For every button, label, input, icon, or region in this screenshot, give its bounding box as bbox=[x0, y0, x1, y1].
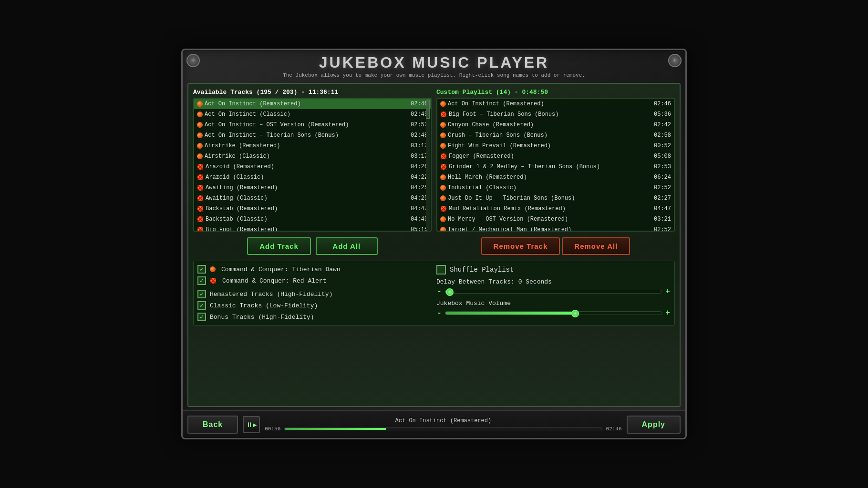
corner-bolt-tl bbox=[186, 54, 200, 67]
track-duration: 04:25 bbox=[411, 184, 428, 191]
main-window: JUKEBOX MUSIC PLAYER The Jukebox allows … bbox=[181, 49, 687, 439]
track-name: Canyon Chase (Remastered) bbox=[448, 122, 650, 128]
custom-playlist-list[interactable]: Act On Instinct (Remastered)02:46Big Foo… bbox=[436, 98, 675, 232]
playlist-track-item[interactable]: Grinder 1 & 2 Medley – Tiberian Sons (Bo… bbox=[437, 162, 674, 172]
track-name: Just Do It Up – Tiberian Sons (Bonus) bbox=[448, 195, 650, 202]
action-buttons: Add Track Add All Remove Track Remove Al… bbox=[193, 235, 675, 257]
playlist-track-item[interactable]: Fogger (Remastered)05:08 bbox=[437, 151, 674, 162]
track-duration: 04:47 bbox=[654, 205, 671, 212]
playlist-track-item[interactable]: Just Do It Up – Tiberian Sons (Bonus)02:… bbox=[437, 193, 674, 203]
track-item[interactable]: Airstrike (Remastered)03:17 bbox=[194, 141, 431, 151]
track-item[interactable]: Act On Instinct (Classic)02:45 bbox=[194, 109, 431, 120]
track-duration: 02:45 bbox=[411, 111, 428, 118]
delay-plus-button[interactable]: + bbox=[665, 287, 671, 296]
volume-minus-button[interactable]: - bbox=[436, 309, 442, 317]
playback-settings: Shuffle Playlist Delay Between Tracks: 0… bbox=[436, 265, 671, 321]
delay-label: Delay Between Tracks: 0 Seconds bbox=[436, 278, 671, 285]
available-scrollbar-thumb[interactable] bbox=[426, 100, 430, 119]
playlist-track-item[interactable]: No Mercy – OST Version (Remastered)03:21 bbox=[437, 214, 674, 224]
current-time: 00:56 bbox=[265, 426, 281, 432]
red-alert-checkbox[interactable] bbox=[197, 276, 206, 285]
track-name: No Mercy – OST Version (Remastered) bbox=[448, 216, 650, 223]
track-name: Act On Instinct – OST Version (Remastere… bbox=[205, 122, 407, 128]
progress-bar-container: 00:56 02:46 bbox=[265, 426, 621, 432]
settings-section: Command & Conquer: Tiberian Dawn Command… bbox=[193, 261, 675, 325]
progress-section: Act On Instinct (Remastered) 00:56 02:46 bbox=[265, 417, 621, 432]
progress-bar[interactable] bbox=[284, 427, 602, 430]
playlist-track-item[interactable]: Big Foot – Tiberian Sons (Bonus)05:36 bbox=[437, 109, 674, 120]
classic-checkbox[interactable] bbox=[197, 301, 206, 310]
playlist-track-item[interactable]: Act On Instinct (Remastered)02:46 bbox=[437, 99, 674, 109]
add-all-button[interactable]: Add All bbox=[316, 237, 378, 255]
delay-slider-thumb[interactable] bbox=[446, 288, 454, 296]
corner-bolt-tr bbox=[668, 54, 682, 67]
track-name: Big Foot (Remastered) bbox=[206, 226, 407, 232]
track-item[interactable]: Arazoid (Remastered)04:26 bbox=[194, 162, 431, 172]
remastered-label: Remastered Tracks (High-Fidelity) bbox=[210, 291, 332, 298]
track-duration: 00:52 bbox=[654, 142, 671, 149]
classic-label: Classic Tracks (Low-Fidelity) bbox=[210, 302, 318, 309]
track-duration: 05:36 bbox=[654, 111, 671, 118]
progress-fill bbox=[285, 428, 386, 430]
shuffle-checkbox[interactable] bbox=[436, 265, 446, 274]
delay-slider-track[interactable] bbox=[445, 290, 662, 294]
track-item[interactable]: Big Foot (Remastered)05:15 bbox=[194, 224, 431, 232]
custom-playlist-panel: Custom Playlist (14) - 0:48:50 Act On In… bbox=[436, 89, 675, 232]
remove-track-button[interactable]: Remove Track bbox=[481, 237, 560, 255]
playlist-track-item[interactable]: Hell March (Remastered)06:24 bbox=[437, 172, 674, 183]
track-name: Fight Win Prevail (Remastered) bbox=[448, 142, 650, 149]
filter-classic: Classic Tracks (Low-Fidelity) bbox=[197, 301, 432, 310]
track-item[interactable]: Backstab (Remastered)04:47 bbox=[194, 203, 431, 214]
track-item[interactable]: Act On Instinct – Tiberian Sons (Bonus)0… bbox=[194, 130, 431, 141]
track-item[interactable]: Awaiting (Remastered)04:25 bbox=[194, 183, 431, 193]
available-scrollbar[interactable] bbox=[426, 100, 430, 230]
track-item[interactable]: Awaiting (Classic)04:25 bbox=[194, 193, 431, 203]
track-item[interactable]: Act On Instinct – OST Version (Remastere… bbox=[194, 120, 431, 130]
apply-button[interactable]: Apply bbox=[627, 416, 681, 434]
remastered-checkbox[interactable] bbox=[197, 290, 206, 298]
playlist-track-item[interactable]: Fight Win Prevail (Remastered)00:52 bbox=[437, 141, 674, 151]
track-item[interactable]: Act On Instinct (Remastered)02:46 bbox=[194, 99, 431, 109]
back-button[interactable]: Back bbox=[187, 416, 238, 434]
available-tracks-panel: Available Tracks (195 / 203) - 11:36:11 … bbox=[193, 89, 432, 232]
track-item[interactable]: Backstab (Classic)04:43 bbox=[194, 214, 431, 224]
available-tracks-list[interactable]: Act On Instinct (Remastered)02:46Act On … bbox=[193, 98, 432, 232]
playlist-track-item[interactable]: Crush – Tiberian Sons (Bonus)02:58 bbox=[437, 130, 674, 141]
red-alert-label: Command & Conquer: Red Alert bbox=[222, 277, 326, 285]
track-name: Backstab (Classic) bbox=[206, 216, 407, 223]
track-duration: 05:15 bbox=[411, 226, 428, 232]
custom-playlist-label: Custom Playlist (14) - 0:48:50 bbox=[436, 89, 675, 96]
tiberian-dawn-label: Command & Conquer: Tiberian Dawn bbox=[221, 266, 341, 273]
bonus-checkbox[interactable] bbox=[197, 313, 206, 321]
track-duration: 06:24 bbox=[654, 174, 671, 181]
remove-all-button[interactable]: Remove All bbox=[562, 237, 630, 255]
track-name: Act On Instinct (Remastered) bbox=[205, 101, 407, 107]
playlist-track-item[interactable]: Target / Mechanical Man (Remastered)02:5… bbox=[437, 224, 674, 232]
track-duration: 04:43 bbox=[411, 216, 428, 223]
volume-slider-track[interactable] bbox=[445, 311, 662, 315]
playlist-track-item[interactable]: Industrial (Classic)02:52 bbox=[437, 183, 674, 193]
volume-slider-container: Jukebox Music Volume - + bbox=[436, 300, 671, 317]
available-tracks-label: Available Tracks (195 / 203) - 11:36:11 bbox=[193, 89, 432, 96]
track-duration: 02:27 bbox=[654, 195, 671, 202]
app-subtitle: The Jukebox allows you to make your own … bbox=[187, 72, 681, 78]
track-duration: 03:21 bbox=[654, 216, 671, 223]
filter-bonus: Bonus Tracks (High-Fidelity) bbox=[197, 313, 432, 321]
track-duration: 02:52 bbox=[411, 122, 428, 128]
shuffle-label: Shuffle Playlist bbox=[450, 266, 514, 274]
track-item[interactable]: Airstrike (Classic)03:17 bbox=[194, 151, 431, 162]
track-panels: Available Tracks (195 / 203) - 11:36:11 … bbox=[193, 89, 675, 232]
playlist-track-item[interactable]: Mud Retaliation Remix (Remastered)04:47 bbox=[437, 203, 674, 214]
play-pause-button[interactable]: ⏸▶ bbox=[243, 416, 260, 433]
tiberian-dawn-checkbox[interactable] bbox=[197, 265, 206, 274]
track-item[interactable]: Arazoid (Classic)04:22 bbox=[194, 172, 431, 183]
delay-minus-button[interactable]: - bbox=[436, 287, 442, 296]
track-name: Backstab (Remastered) bbox=[206, 205, 407, 212]
now-playing: Act On Instinct (Remastered) bbox=[395, 417, 492, 424]
add-track-button[interactable]: Add Track bbox=[247, 237, 311, 255]
track-duration: 02:46 bbox=[411, 101, 428, 107]
volume-plus-button[interactable]: + bbox=[665, 309, 671, 317]
volume-slider-thumb[interactable] bbox=[571, 310, 579, 317]
track-name: Airstrike (Classic) bbox=[205, 153, 407, 160]
playlist-track-item[interactable]: Canyon Chase (Remastered)02:42 bbox=[437, 120, 674, 130]
